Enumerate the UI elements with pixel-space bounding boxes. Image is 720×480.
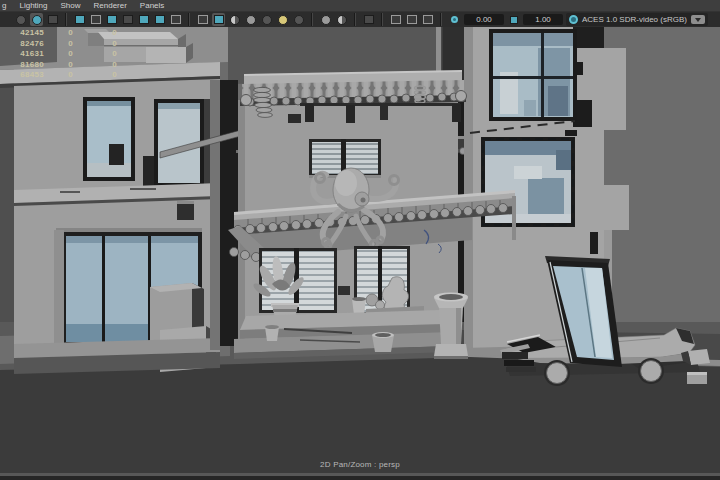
toolbar-separator xyxy=(440,13,442,26)
paste-view-icon[interactable] xyxy=(405,13,418,26)
right-building-upper-window[interactable] xyxy=(489,29,577,121)
use-all-lights-icon[interactable] xyxy=(244,13,257,26)
sculpt-tool-icon[interactable] xyxy=(46,13,59,26)
smooth-shade-all-icon[interactable] xyxy=(212,13,225,26)
screen-space-ambient-occlusion-icon[interactable] xyxy=(276,13,289,26)
depth-of-field-icon[interactable] xyxy=(335,13,348,26)
grid-icon[interactable] xyxy=(73,13,86,26)
left-building-window-1[interactable] xyxy=(83,97,135,181)
toolbar-separator xyxy=(311,13,313,26)
menu-item-shading-clipped[interactable]: g xyxy=(2,1,6,10)
multisampling-icon[interactable] xyxy=(319,13,332,26)
duplicate-view-icon[interactable] xyxy=(389,13,402,26)
menu-item-panels[interactable]: Panels xyxy=(140,1,164,10)
motion-blur-icon[interactable] xyxy=(292,13,305,26)
menu-item-show[interactable]: Show xyxy=(60,1,80,10)
safe-action-icon[interactable] xyxy=(153,13,166,26)
film-gate-icon[interactable] xyxy=(89,13,102,26)
hud-row: 4214500 xyxy=(0,28,117,39)
toolbar-separator xyxy=(65,13,67,26)
hud-row: 4163100 xyxy=(0,49,117,60)
snapshot-icon[interactable] xyxy=(421,13,434,26)
hud-poly-count: 4214500 8247600 4163100 8168000 6845300 xyxy=(0,28,117,81)
cup-pot[interactable] xyxy=(265,325,279,341)
show-manipulators-icon[interactable] xyxy=(14,13,27,26)
pan-2d-icon[interactable] xyxy=(448,13,461,26)
menu-item-renderer[interactable]: Renderer xyxy=(94,1,127,10)
ground-pot[interactable] xyxy=(372,332,394,352)
color-space-label: ACES 1.0 SDR-video (sRGB) xyxy=(582,15,687,24)
shadows-icon[interactable] xyxy=(260,13,273,26)
viewport-3d[interactable]: 4214500 8247600 4163100 8168000 6845300 … xyxy=(0,27,720,480)
camera-label: 2D Pan/Zoom : persp xyxy=(0,460,720,469)
zoom-2d-icon[interactable] xyxy=(507,13,520,26)
textured-icon[interactable] xyxy=(228,13,241,26)
panel-menu-bar: g Lighting Show Renderer Panels xyxy=(0,0,720,12)
field-chart-icon[interactable] xyxy=(137,13,150,26)
menu-item-lighting[interactable]: Lighting xyxy=(19,1,47,10)
hud-row: 8168000 xyxy=(0,60,117,71)
chevron-down-icon[interactable] xyxy=(691,15,705,24)
hud-row: 6845300 xyxy=(0,70,117,81)
safe-title-icon[interactable] xyxy=(169,13,182,26)
resolution-gate-icon[interactable] xyxy=(105,13,118,26)
isolate-select-icon[interactable] xyxy=(362,13,375,26)
select-highlight-icon[interactable] xyxy=(30,13,43,26)
color-management-icon[interactable] xyxy=(569,15,578,24)
maya-window: g Lighting Show Renderer Panels xyxy=(0,0,720,480)
bucket[interactable] xyxy=(352,297,366,315)
toolbar-separator xyxy=(354,13,356,26)
gate-mask-icon[interactable] xyxy=(121,13,134,26)
zoom-value-field[interactable]: 1.00 xyxy=(523,14,563,25)
wireframe-icon[interactable] xyxy=(196,13,209,26)
toolbar-separator xyxy=(381,13,383,26)
scene-canvas[interactable] xyxy=(0,27,720,480)
toolbar-separator xyxy=(188,13,190,26)
panel-toolbar: 0.00 1.00 ACES 1.0 SDR-video (sRGB) xyxy=(0,12,720,27)
pan-value-field[interactable]: 0.00 xyxy=(464,14,504,25)
color-space-dropdown[interactable]: ACES 1.0 SDR-video (sRGB) xyxy=(566,13,708,26)
hud-row: 8247600 xyxy=(0,39,117,50)
